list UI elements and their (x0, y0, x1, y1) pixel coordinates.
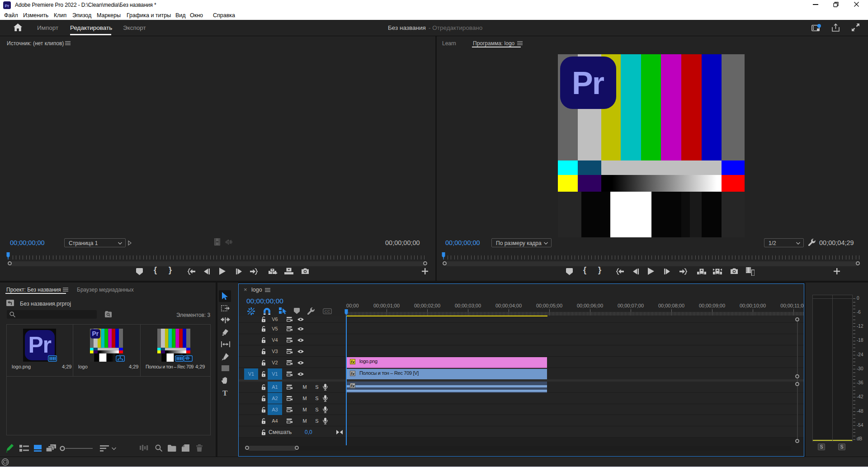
svg-text:Pr: Pr (5, 3, 9, 8)
svg-text:Pr: Pr (28, 332, 52, 358)
svg-text:Pr: Pr (92, 330, 99, 337)
svg-text:Pr: Pr (572, 66, 604, 101)
svg-text:CC: CC (325, 309, 330, 314)
